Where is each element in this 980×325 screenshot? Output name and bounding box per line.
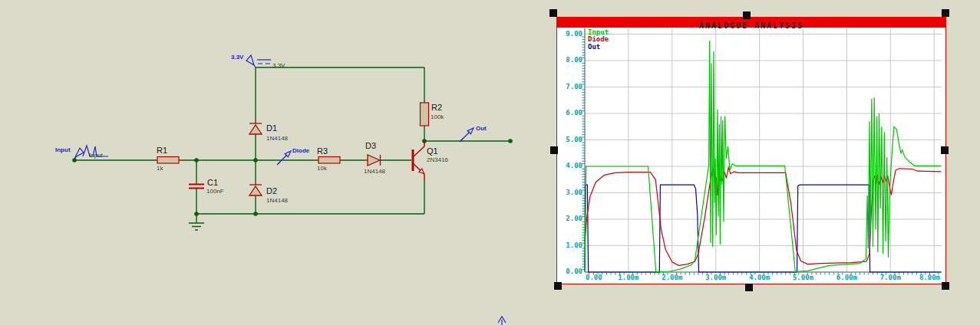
y-axis-label: 5.00 [559, 136, 582, 143]
selection-handle-top-middle[interactable] [743, 11, 751, 19]
x-axis-label: 8.00m [919, 274, 940, 281]
y-axis-label: 4.00 [559, 162, 582, 169]
x-axis-label: 1.00m [618, 274, 638, 281]
y-axis-label: 8.00 [559, 56, 582, 64]
x-axis-label: 2.00m [662, 274, 682, 281]
selection-handle-middle-left[interactable] [550, 146, 558, 154]
x-axis-label: 6.00m [836, 274, 857, 281]
graph-plot-area [0, 0, 980, 325]
y-axis-label: 1.00 [559, 241, 582, 249]
y-axis-label: 7.00 [559, 83, 582, 90]
selection-handle-middle-right[interactable] [941, 146, 949, 154]
y-axis-label: 3.00 [559, 189, 582, 196]
y-axis-label: 6.00 [559, 109, 582, 117]
selection-handle-top-left[interactable] [549, 9, 557, 17]
legend-item-diode: Diode [588, 35, 609, 43]
eda-canvas: { "app": { "background": "#DBDBC9" }, "s… [0, 0, 980, 325]
y-axis-label: 2.00 [559, 215, 582, 222]
trace-input [585, 41, 941, 272]
x-axis-label: 7.00m [880, 274, 901, 281]
selection-handle-top-right[interactable] [942, 9, 949, 17]
selection-handle-bottom-left[interactable] [554, 282, 562, 290]
legend-item-out: Out [588, 43, 600, 51]
x-axis-label: 5.00m [793, 274, 813, 281]
x-axis-label: 4.00m [749, 274, 770, 281]
selection-handle-bottom-right[interactable] [942, 282, 949, 290]
selection-handle-bottom-middle[interactable] [745, 284, 753, 291]
x-axis-label: 0.00 [586, 274, 602, 281]
y-axis-label: 0.00 [559, 268, 582, 275]
legend-item-input: Input [588, 28, 609, 36]
y-axis-label: 9.00 [559, 30, 582, 38]
x-axis-label: 3.00m [705, 274, 726, 281]
